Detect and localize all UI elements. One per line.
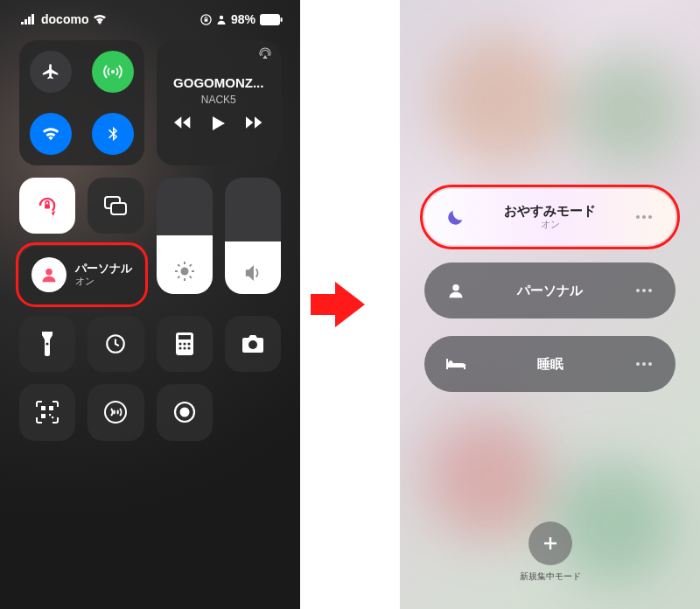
- airplane-icon: [41, 62, 60, 81]
- sun-icon: [174, 261, 195, 282]
- qr-scanner-button[interactable]: [19, 384, 75, 440]
- svg-point-19: [46, 343, 49, 346]
- focus-status: オン: [75, 276, 132, 287]
- svg-point-2: [220, 16, 223, 19]
- focus-personal-title: パーソナル: [468, 283, 632, 298]
- focus-dnd-status: オン: [468, 219, 632, 230]
- svg-point-18: [46, 269, 52, 276]
- media-play-button[interactable]: [213, 116, 225, 130]
- airplane-mode-button[interactable]: [30, 51, 72, 93]
- battery-pct: 98%: [231, 12, 256, 26]
- svg-point-25: [187, 343, 190, 346]
- screen-mirroring-button[interactable]: [88, 178, 144, 234]
- person-status-icon: [216, 14, 227, 24]
- svg-rect-40: [447, 364, 465, 368]
- focus-button[interactable]: パーソナル オン: [19, 246, 144, 304]
- svg-point-38: [452, 284, 459, 291]
- focus-title: パーソナル: [75, 262, 132, 276]
- svg-line-15: [189, 276, 191, 278]
- focus-personal-more[interactable]: [632, 289, 656, 292]
- svg-rect-1: [205, 18, 208, 21]
- record-icon: [172, 400, 197, 424]
- nfc-icon: [103, 400, 128, 424]
- brightness-slider[interactable]: [157, 178, 213, 295]
- svg-rect-32: [41, 414, 46, 418]
- focus-list-screenshot: おやすみモード オン パーソナル 睡眠: [400, 0, 700, 609]
- svg-point-26: [178, 347, 181, 350]
- person-icon: [444, 282, 468, 299]
- person-icon: [40, 266, 58, 284]
- connectivity-tile: [19, 40, 144, 165]
- new-focus-label: 新規集中モード: [520, 570, 581, 583]
- calculator-button[interactable]: [157, 316, 213, 372]
- media-title: GOGOMONZ...: [173, 75, 263, 90]
- media-next-button[interactable]: [246, 116, 263, 130]
- orientation-lock-status-icon: [200, 14, 212, 25]
- antenna-icon: [102, 61, 123, 82]
- status-bar: docomo 98%: [0, 0, 300, 32]
- wifi-button[interactable]: [30, 113, 72, 155]
- calculator-icon: [176, 332, 193, 355]
- svg-point-24: [183, 343, 186, 346]
- svg-rect-8: [111, 203, 126, 214]
- arrow-annotation: [300, 0, 400, 609]
- svg-rect-31: [49, 406, 53, 410]
- svg-point-9: [180, 268, 188, 276]
- screen-record-button[interactable]: [157, 384, 213, 440]
- media-subtitle: NACK5: [201, 94, 236, 106]
- volume-slider[interactable]: [225, 178, 281, 295]
- svg-rect-3: [260, 14, 280, 25]
- control-center-screenshot: docomo 98%: [0, 0, 300, 609]
- wifi-status-icon: [93, 14, 107, 24]
- svg-line-16: [178, 276, 179, 278]
- bluetooth-button[interactable]: [92, 113, 134, 155]
- svg-rect-4: [281, 18, 283, 22]
- airplay-icon[interactable]: [258, 47, 272, 60]
- svg-point-23: [178, 343, 181, 346]
- media-prev-button[interactable]: [174, 116, 192, 130]
- focus-dnd-more[interactable]: [632, 215, 656, 219]
- wifi-icon: [41, 124, 60, 144]
- svg-point-35: [105, 402, 126, 423]
- svg-point-5: [111, 70, 115, 74]
- moon-icon: [444, 207, 468, 227]
- carrier-label: docomo: [41, 12, 88, 26]
- focus-sleep-title: 睡眠: [468, 356, 632, 372]
- flashlight-button[interactable]: [19, 316, 75, 372]
- plus-icon: [528, 522, 572, 565]
- svg-line-14: [178, 265, 179, 267]
- screen-mirroring-icon: [104, 196, 127, 215]
- signal-icon: [21, 14, 37, 24]
- svg-rect-30: [41, 406, 46, 410]
- svg-point-37: [179, 408, 189, 417]
- focus-personal-pill[interactable]: パーソナル: [424, 262, 676, 318]
- battery-icon: [260, 14, 283, 25]
- svg-point-29: [248, 340, 257, 349]
- focus-dnd-pill[interactable]: おやすみモード オン: [424, 189, 676, 245]
- timer-button[interactable]: [88, 316, 144, 372]
- camera-icon: [241, 334, 265, 354]
- focus-sleep-more[interactable]: [632, 362, 656, 366]
- timer-icon: [104, 332, 127, 355]
- svg-rect-33: [49, 414, 51, 416]
- nfc-button[interactable]: [88, 384, 144, 440]
- svg-rect-22: [178, 335, 191, 340]
- camera-button[interactable]: [225, 316, 281, 372]
- speaker-icon: [243, 264, 262, 282]
- svg-rect-6: [45, 204, 50, 208]
- focus-sleep-pill[interactable]: 睡眠: [424, 336, 676, 392]
- svg-rect-34: [52, 416, 53, 418]
- flashlight-icon: [40, 332, 54, 356]
- svg-point-27: [183, 347, 186, 350]
- svg-point-28: [187, 347, 190, 350]
- new-focus-button[interactable]: 新規集中モード: [520, 522, 581, 583]
- focus-dnd-title: おやすみモード: [468, 203, 632, 219]
- bluetooth-icon: [104, 124, 122, 144]
- bed-icon: [444, 357, 468, 371]
- orientation-lock-button[interactable]: [19, 178, 75, 234]
- media-tile[interactable]: GOGOMONZ... NACK5: [157, 40, 282, 165]
- cellular-data-button[interactable]: [92, 51, 134, 93]
- svg-point-39: [449, 360, 452, 364]
- svg-line-17: [189, 265, 191, 267]
- orientation-lock-icon: [35, 193, 60, 218]
